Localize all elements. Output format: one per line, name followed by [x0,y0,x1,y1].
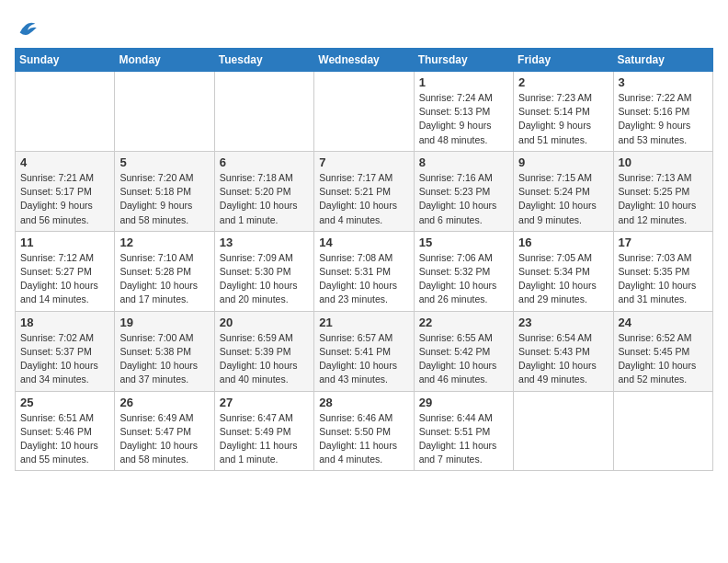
calendar-cell: 25Sunrise: 6:51 AMSunset: 5:46 PMDayligh… [16,391,115,471]
calendar-cell: 5Sunrise: 7:20 AMSunset: 5:18 PMDaylight… [115,151,214,231]
day-number: 4 [20,155,109,169]
calendar-cell: 20Sunrise: 6:59 AMSunset: 5:39 PMDayligh… [214,311,313,391]
calendar-week-row: 11Sunrise: 7:12 AMSunset: 5:27 PMDayligh… [16,231,713,311]
day-info: Sunrise: 7:16 AMSunset: 5:23 PMDaylight:… [419,171,508,227]
calendar-cell: 7Sunrise: 7:17 AMSunset: 5:21 PMDaylight… [314,151,414,231]
logo [15,15,44,40]
header [15,15,713,40]
calendar-week-row: 1Sunrise: 7:24 AMSunset: 5:13 PMDaylight… [16,72,713,152]
calendar-cell: 17Sunrise: 7:03 AMSunset: 5:35 PMDayligh… [613,231,712,311]
day-number: 11 [20,236,109,249]
calendar-cell: 8Sunrise: 7:16 AMSunset: 5:23 PMDaylight… [414,151,513,231]
day-info: Sunrise: 6:55 AMSunset: 5:42 PMDaylight:… [419,331,508,387]
calendar-week-row: 18Sunrise: 7:02 AMSunset: 5:37 PMDayligh… [16,311,713,391]
calendar-cell: 24Sunrise: 6:52 AMSunset: 5:45 PMDayligh… [613,311,712,391]
calendar-header-row: SundayMondayTuesdayWednesdayThursdayFrid… [16,49,713,72]
calendar-cell: 28Sunrise: 6:46 AMSunset: 5:50 PMDayligh… [314,391,414,471]
calendar-cell: 23Sunrise: 6:54 AMSunset: 5:43 PMDayligh… [514,311,613,391]
day-info: Sunrise: 7:24 AMSunset: 5:13 PMDaylight:… [419,91,508,147]
calendar-cell: 15Sunrise: 7:06 AMSunset: 5:32 PMDayligh… [414,231,513,311]
calendar-cell: 16Sunrise: 7:05 AMSunset: 5:34 PMDayligh… [514,231,613,311]
calendar-cell [613,391,712,471]
day-info: Sunrise: 6:59 AMSunset: 5:39 PMDaylight:… [220,331,309,387]
calendar-cell: 9Sunrise: 7:15 AMSunset: 5:24 PMDaylight… [514,151,613,231]
day-of-week-header: Monday [115,49,214,72]
calendar-cell [115,72,214,152]
day-info: Sunrise: 6:52 AMSunset: 5:45 PMDaylight:… [619,331,708,387]
calendar-cell: 19Sunrise: 7:00 AMSunset: 5:38 PMDayligh… [115,311,214,391]
day-number: 5 [119,155,209,169]
calendar-cell [514,391,613,471]
day-of-week-header: Tuesday [214,49,313,72]
day-of-week-header: Saturday [613,49,712,72]
day-number: 23 [518,316,608,329]
day-info: Sunrise: 7:03 AMSunset: 5:35 PMDaylight:… [619,251,708,307]
day-number: 10 [619,155,708,169]
day-info: Sunrise: 7:00 AMSunset: 5:38 PMDaylight:… [119,331,209,387]
calendar-cell [314,72,414,152]
calendar-week-row: 25Sunrise: 6:51 AMSunset: 5:46 PMDayligh… [16,391,713,471]
day-number: 12 [119,236,209,249]
day-number: 8 [419,155,508,169]
day-info: Sunrise: 7:13 AMSunset: 5:25 PMDaylight:… [619,171,708,227]
day-info: Sunrise: 6:46 AMSunset: 5:50 PMDaylight:… [319,411,408,467]
calendar-table: SundayMondayTuesdayWednesdayThursdayFrid… [15,48,713,471]
day-of-week-header: Thursday [414,49,513,72]
day-number: 15 [419,236,508,249]
day-info: Sunrise: 7:22 AMSunset: 5:16 PMDaylight:… [619,91,708,147]
day-number: 25 [20,396,109,409]
day-info: Sunrise: 7:12 AMSunset: 5:27 PMDaylight:… [20,251,109,307]
day-info: Sunrise: 6:51 AMSunset: 5:46 PMDaylight:… [20,411,109,467]
day-number: 6 [220,155,309,169]
calendar-cell: 29Sunrise: 6:44 AMSunset: 5:51 PMDayligh… [414,391,513,471]
day-number: 13 [220,236,309,249]
day-info: Sunrise: 6:47 AMSunset: 5:49 PMDaylight:… [220,411,309,467]
day-info: Sunrise: 7:09 AMSunset: 5:30 PMDaylight:… [220,251,309,307]
calendar-cell: 22Sunrise: 6:55 AMSunset: 5:42 PMDayligh… [414,311,513,391]
calendar-cell: 10Sunrise: 7:13 AMSunset: 5:25 PMDayligh… [613,151,712,231]
calendar-cell: 21Sunrise: 6:57 AMSunset: 5:41 PMDayligh… [314,311,414,391]
day-info: Sunrise: 7:18 AMSunset: 5:20 PMDaylight:… [220,171,309,227]
day-info: Sunrise: 7:15 AMSunset: 5:24 PMDaylight:… [518,171,608,227]
day-number: 7 [319,155,408,169]
calendar-cell: 1Sunrise: 7:24 AMSunset: 5:13 PMDaylight… [414,72,513,152]
day-info: Sunrise: 7:08 AMSunset: 5:31 PMDaylight:… [319,251,408,307]
day-number: 28 [319,396,408,409]
day-number: 22 [419,316,508,329]
day-info: Sunrise: 7:20 AMSunset: 5:18 PMDaylight:… [119,171,209,227]
day-number: 3 [619,75,708,89]
calendar-cell: 6Sunrise: 7:18 AMSunset: 5:20 PMDaylight… [214,151,313,231]
day-info: Sunrise: 7:17 AMSunset: 5:21 PMDaylight:… [319,171,408,227]
day-number: 21 [319,316,408,329]
calendar-cell: 11Sunrise: 7:12 AMSunset: 5:27 PMDayligh… [16,231,115,311]
day-number: 1 [419,75,508,89]
day-number: 2 [518,75,608,89]
day-of-week-header: Friday [514,49,613,72]
calendar-cell: 26Sunrise: 6:49 AMSunset: 5:47 PMDayligh… [115,391,214,471]
calendar-cell: 2Sunrise: 7:23 AMSunset: 5:14 PMDaylight… [514,72,613,152]
day-info: Sunrise: 6:44 AMSunset: 5:51 PMDaylight:… [419,411,508,467]
day-info: Sunrise: 7:06 AMSunset: 5:32 PMDaylight:… [419,251,508,307]
day-number: 18 [20,316,109,329]
day-info: Sunrise: 6:54 AMSunset: 5:43 PMDaylight:… [518,331,608,387]
calendar-cell: 13Sunrise: 7:09 AMSunset: 5:30 PMDayligh… [214,231,313,311]
day-info: Sunrise: 6:49 AMSunset: 5:47 PMDaylight:… [119,411,209,467]
calendar-cell: 14Sunrise: 7:08 AMSunset: 5:31 PMDayligh… [314,231,414,311]
day-number: 14 [319,236,408,249]
day-info: Sunrise: 7:02 AMSunset: 5:37 PMDaylight:… [20,331,109,387]
day-number: 16 [518,236,608,249]
calendar-cell: 3Sunrise: 7:22 AMSunset: 5:16 PMDaylight… [613,72,712,152]
day-number: 17 [619,236,708,249]
day-of-week-header: Sunday [16,49,115,72]
day-number: 26 [119,396,209,409]
day-number: 20 [220,316,309,329]
calendar-cell: 18Sunrise: 7:02 AMSunset: 5:37 PMDayligh… [16,311,115,391]
calendar-cell [16,72,115,152]
logo-bird-icon [15,15,40,40]
calendar-cell [214,72,313,152]
day-number: 9 [518,155,608,169]
calendar-cell: 4Sunrise: 7:21 AMSunset: 5:17 PMDaylight… [16,151,115,231]
calendar-cell: 27Sunrise: 6:47 AMSunset: 5:49 PMDayligh… [214,391,313,471]
calendar-week-row: 4Sunrise: 7:21 AMSunset: 5:17 PMDaylight… [16,151,713,231]
day-number: 29 [419,396,508,409]
